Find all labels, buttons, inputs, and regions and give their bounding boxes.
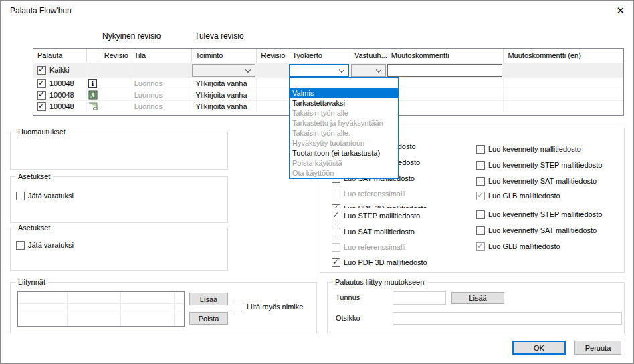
tunnus-input[interactable] [393, 291, 446, 305]
table-row-all: Kaikki [33, 63, 623, 78]
checkbox[interactable] [476, 145, 485, 154]
file-option: Luo referenssimalli [332, 242, 405, 252]
checkbox[interactable] [332, 243, 340, 252]
toiminto-cell[interactable]: Ylikirjoita vanha [191, 101, 257, 112]
row-checkbox[interactable] [37, 91, 46, 100]
grid-line [174, 292, 175, 326]
otsikko-label: Otsikko [336, 314, 360, 322]
row-checkbox[interactable] [37, 102, 46, 111]
future-revision-label: Tuleva revisio [195, 31, 244, 41]
toiminto-all-combo[interactable] [192, 64, 255, 77]
row-checkbox[interactable] [37, 79, 46, 88]
col-header-vastuuhenkilo[interactable]: Vastuuh... [350, 49, 387, 63]
links-group-title: Liitynnät [15, 278, 48, 286]
dropdown-item[interactable]: Tarkastettu ja hyväksyntään [290, 118, 398, 128]
settings-group-2: Asetukset Jätä varatuksi [10, 228, 228, 271]
dropdown-item[interactable] [290, 78, 398, 88]
change-group-title: Palautus liittyy muutokseen [332, 278, 427, 286]
checkbox-label: Luo referenssimalli [344, 190, 405, 198]
col-header-revisio-future[interactable]: Revisio [257, 49, 288, 63]
notes-group: Huomautukset [10, 132, 228, 170]
attach-item-label: Liitä myös nimike [247, 303, 303, 311]
tila-cell: Luonnos [130, 101, 192, 112]
col-header-toiminto[interactable]: Toiminto [192, 49, 257, 63]
dropdown-item[interactable]: Ota käyttöön [290, 168, 398, 178]
checkbox-label: Luo GLB mallitiedosto [488, 192, 560, 200]
muutoskommentti-all-input[interactable] [387, 64, 503, 77]
file-option: Luo kevennetty mallitiedosto [476, 144, 581, 154]
links-listbox[interactable] [17, 291, 185, 327]
file-option: Luo kevennetty STEP mallitiedosto [476, 160, 602, 170]
col-header-tyokierto[interactable]: Työkierto [288, 49, 350, 63]
links-add-button[interactable]: Lisää [189, 293, 228, 305]
checkbox[interactable] [332, 190, 340, 198]
checkbox[interactable] [332, 228, 340, 236]
otsikko-input[interactable] [393, 312, 622, 325]
chevron-down-icon [245, 67, 251, 72]
leave-reserved-option: Jätä varatuksi [16, 191, 74, 200]
toiminto-cell[interactable]: Ylikirjoita vanha [191, 78, 257, 89]
file-option: Luo PDF 3D mallitiedosto [332, 258, 427, 267]
leave-reserved-checkbox[interactable] [16, 192, 25, 200]
dropdown-item[interactable]: Takaisin työn alle. [290, 128, 398, 138]
close-icon[interactable]: ✕ [616, 5, 625, 17]
settings-group-title: Asetukset [15, 224, 53, 232]
drawing-icon [88, 102, 98, 110]
checkbox-label: Luo kevennetty STEP mallitiedosto [488, 161, 602, 169]
notes-group-title: Huomautukset [15, 128, 68, 136]
ok-button[interactable]: OK [512, 341, 566, 355]
checkbox[interactable] [476, 192, 485, 200]
checkbox[interactable] [476, 226, 485, 235]
checkbox[interactable] [332, 212, 340, 220]
grid-line [18, 303, 184, 304]
checkbox-label: Luo kevennetty SAT mallitiedosto [488, 226, 597, 234]
checkbox[interactable] [332, 258, 340, 267]
file-option: Luo PDF 3D mallitiedosto [332, 204, 427, 208]
settings-group-title: Asetukset [15, 172, 53, 180]
col-header-muutoskommentti[interactable]: Muutoskommentti [387, 49, 504, 63]
dropdown-item[interactable]: Poista käytöstä [290, 158, 398, 168]
dropdown-item[interactable]: Hyväksytty tuotantoon [290, 138, 398, 148]
file-option: Luo referenssimalli [332, 189, 405, 198]
file-option: Luo SAT mallitiedosto [332, 227, 415, 236]
info-icon: i [88, 79, 97, 88]
item-id: 100048 [49, 101, 74, 112]
palauta-flowhun-dialog: Palauta Flow'hun ✕ Nykyinen revisio Tule… [0, 0, 634, 364]
dropdown-item[interactable]: Valmis [290, 88, 398, 98]
col-header-palauta[interactable]: Palauta [33, 49, 87, 63]
checkbox[interactable] [476, 242, 485, 251]
vastuuhenkilo-all-combo[interactable] [351, 64, 386, 77]
tyokierto-all-combo[interactable] [289, 64, 349, 77]
attach-item-option: Liitä myös nimike [235, 302, 303, 311]
tyokierto-dropdown-list: Valmis Tarkastettavaksi Takaisin työn al… [289, 77, 399, 179]
dropdown-item[interactable]: Takaisin työn alle [290, 108, 398, 118]
current-revision-label: Nykyinen revisio [102, 31, 161, 41]
checkbox[interactable] [476, 177, 485, 186]
checkbox-label: Luo referenssimalli [344, 243, 405, 251]
col-header-icon[interactable] [87, 49, 100, 63]
select-all-checkbox[interactable] [37, 66, 46, 75]
tila-cell: Luonnos [130, 89, 192, 101]
file-option: Luo kevennetty SAT mallitiedosto [476, 176, 597, 186]
checkbox[interactable] [476, 161, 485, 170]
checkbox-label: Luo PDF 3D mallitiedosto [344, 204, 427, 208]
item-id: 100048 [49, 78, 74, 89]
attach-item-checkbox[interactable] [235, 303, 243, 311]
change-add-button[interactable]: Lisää [451, 292, 504, 304]
settings-group-1: Asetukset Jätä varatuksi [10, 176, 228, 223]
checkbox[interactable] [476, 210, 485, 219]
change-group: Palautus liittyy muutokseen Tunnus Lisää… [327, 282, 625, 333]
leave-reserved-checkbox[interactable] [16, 241, 25, 250]
cancel-button[interactable]: Peruuta [574, 341, 621, 355]
toiminto-cell[interactable]: Ylikirjoita vanha [191, 89, 257, 101]
checkbox-label: Luo GLB mallitiedosto [488, 242, 560, 250]
col-header-revisio-current[interactable]: Revisio [100, 49, 130, 63]
col-header-muutoskommentti-en[interactable]: Muutoskommentti (en) [504, 49, 623, 63]
col-header-tila[interactable]: Tila [130, 49, 192, 63]
dropdown-item[interactable]: Tarkastettavaksi [290, 98, 398, 108]
dropdown-item[interactable]: Tuotantoon (ei tarkastusta) [290, 148, 398, 158]
file-option: Luo kevennetty SAT mallitiedosto [476, 226, 597, 235]
checkbox[interactable] [332, 204, 340, 209]
item-id: 100048 [49, 89, 74, 100]
links-remove-button[interactable]: Poista [189, 312, 228, 325]
